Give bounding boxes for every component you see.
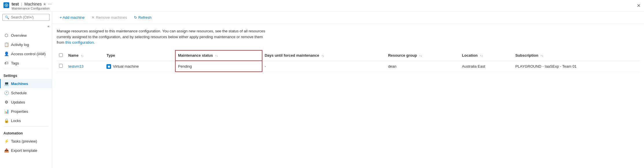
tasks-label: Tasks (preview) [11, 139, 37, 143]
select-all-checkbox[interactable] [59, 53, 63, 57]
maintenance-status-value: Pending [178, 64, 192, 69]
more-options[interactable]: ··· [48, 1, 51, 7]
search-icon: 🔍 [5, 15, 9, 19]
days-forced-value: - [265, 64, 266, 69]
select-all-header[interactable] [57, 50, 66, 61]
sidebar-item-locks[interactable]: 🔒 Locks [0, 116, 52, 125]
rg-sort-icon: ↑↓ [419, 54, 422, 57]
sidebar-item-machines[interactable]: 💻 Machines [0, 79, 52, 88]
col-header-resource-group[interactable]: Resource group ↑↓ [386, 50, 459, 61]
row-resource-group-cell: dean [386, 61, 459, 72]
svg-point-2 [6, 5, 7, 6]
remove-icon: ✕ [91, 15, 95, 20]
name-sort-icon: ↑↓ [81, 54, 84, 57]
overview-icon: ⬡ [4, 33, 9, 38]
refresh-label: Refresh [138, 15, 152, 20]
sub-sort-icon: ↑↓ [540, 54, 543, 57]
sidebar-item-properties[interactable]: 📊 Properties [0, 107, 52, 116]
search-input[interactable] [11, 15, 52, 19]
access-control-icon: 👤 [4, 51, 9, 56]
col-header-location[interactable]: Location ↑↓ [460, 50, 513, 61]
subtitle: Maintenance Configuration [12, 7, 52, 10]
remove-machines-button[interactable]: ✕ Remove machines [89, 14, 130, 21]
access-control-label: Access control (IAM) [11, 52, 46, 56]
sidebar-item-updates[interactable]: ⚙ Updates [0, 97, 52, 107]
settings-section-label: Settings [0, 70, 52, 79]
sidebar-item-overview[interactable]: ⬡ Overview [0, 31, 52, 40]
description-area: Manage resources assigned to this mainte… [52, 24, 284, 50]
app-logo [3, 2, 9, 9]
locks-label: Locks [11, 119, 21, 123]
resource-type: Machines [24, 2, 42, 6]
row-checkbox-cell[interactable] [57, 61, 66, 72]
sidebar-item-activity-log[interactable]: 📋 Activity log [0, 40, 52, 49]
sidebar-item-tasks[interactable]: ⚡ Tasks (preview) [0, 136, 52, 146]
config-link[interactable]: this configuration [65, 40, 94, 45]
sidebar-item-tags[interactable]: 🏷 Tags [0, 58, 52, 68]
locks-icon: 🔒 [4, 118, 9, 123]
row-days-forced-cell: - [262, 61, 386, 72]
updates-icon: ⚙ [4, 100, 9, 104]
collapse-sidebar-button[interactable]: « [47, 24, 49, 28]
col-header-name[interactable]: Name ↑↓ [66, 50, 104, 61]
maintenance-sort-icon: ↑↓ [215, 54, 218, 57]
export-label: Export template [11, 148, 37, 153]
tags-label: Tags [11, 61, 19, 65]
remove-machines-label: Remove machines [96, 15, 127, 20]
overview-label: Overview [11, 33, 27, 38]
row-name-cell: testvm13 [66, 61, 104, 72]
resource-group-value: dean [388, 64, 396, 69]
close-button[interactable]: ✕ [637, 3, 641, 8]
add-machine-button[interactable]: + Add machine [57, 14, 87, 21]
schedule-icon: 🕐 [4, 91, 9, 95]
properties-label: Properties [11, 109, 28, 114]
location-sort-icon: ↑↓ [480, 54, 483, 57]
col-header-days-forced[interactable]: Days until forced maintenance ↑↓ [262, 50, 386, 61]
machines-table-container: Name ↑↓ Type Maintenance status ↑↓ [52, 50, 644, 168]
add-machine-label: + Add machine [60, 15, 84, 20]
col-header-maintenance-status[interactable]: Maintenance status ↑↓ [175, 50, 262, 61]
table-row: testvm13 ▣ Virtual machine Pending [57, 61, 639, 72]
row-maintenance-status-cell: Pending [175, 61, 262, 72]
machines-label: Machines [11, 82, 28, 86]
activity-log-icon: 📋 [4, 42, 9, 47]
tasks-icon: ⚡ [4, 139, 9, 143]
title-separator: | [21, 2, 22, 6]
sidebar-item-schedule[interactable]: 🕐 Schedule [0, 88, 52, 97]
sidebar-item-access-control[interactable]: 👤 Access control (IAM) [0, 49, 52, 58]
machines-icon: 💻 [4, 81, 9, 86]
automation-section-label: Automation [0, 128, 52, 136]
app-name: test [12, 2, 19, 6]
favorite-star[interactable]: ★ [43, 2, 47, 6]
updates-label: Updates [11, 100, 25, 104]
row-subscription-cell: PLAYGROUND - IaaSExp - Team 01 [513, 61, 639, 72]
schedule-label: Schedule [11, 91, 27, 95]
row-location-cell: Australia East [460, 61, 513, 72]
col-header-subscription[interactable]: Subscription ↑↓ [513, 50, 639, 61]
row-type-cell: ▣ Virtual machine [104, 61, 175, 72]
machines-table: Name ↑↓ Type Maintenance status ↑↓ [57, 50, 639, 72]
tags-icon: 🏷 [4, 61, 9, 65]
sidebar-item-export-template[interactable]: 📤 Export template [0, 146, 52, 155]
activity-log-label: Activity log [11, 43, 29, 47]
location-value: Australia East [462, 64, 485, 69]
properties-icon: 📊 [4, 109, 9, 114]
refresh-button[interactable]: ↻ Refresh [131, 14, 154, 21]
refresh-icon: ↻ [134, 15, 137, 20]
vm-link[interactable]: testvm13 [68, 64, 84, 69]
col-header-type[interactable]: Type [104, 50, 175, 61]
vm-type-icon: ▣ [106, 64, 111, 69]
row-checkbox[interactable] [59, 64, 63, 68]
row-type-label: Virtual machine [113, 64, 139, 69]
days-sort-icon: ↑↓ [321, 54, 324, 57]
export-icon: 📤 [4, 148, 9, 153]
subscription-value: PLAYGROUND - IaaSExp - Team 01 [515, 64, 577, 69]
